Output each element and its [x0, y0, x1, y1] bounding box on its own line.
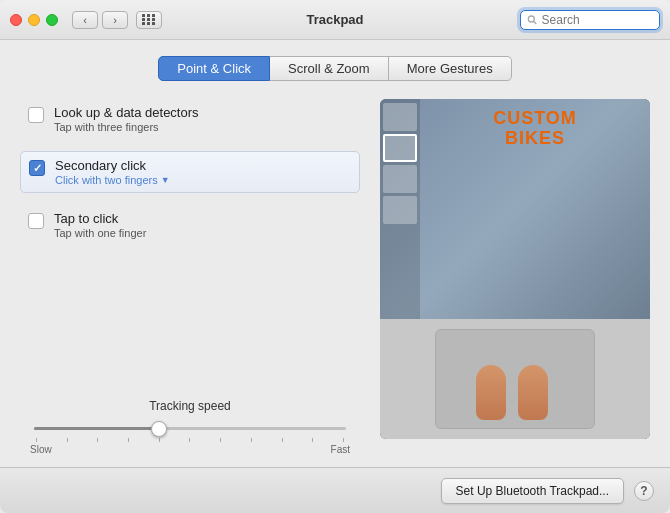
demo-thumb-4	[383, 196, 417, 224]
demo-bg: CUSTOM BIKES	[380, 99, 650, 319]
tracking-speed-label: Tracking speed	[149, 399, 231, 413]
slider-fill	[34, 427, 159, 430]
demo-thumb-2	[383, 134, 417, 162]
search-icon	[527, 14, 538, 26]
traffic-lights	[10, 14, 58, 26]
main-content: Point & Click Scroll & Zoom More Gesture…	[0, 40, 670, 467]
checkbox-look-up[interactable]	[28, 107, 44, 123]
tab-bar: Point & Click Scroll & Zoom More Gesture…	[20, 56, 650, 81]
demo-screen: CUSTOM BIKES	[380, 99, 650, 319]
slider-container	[30, 419, 350, 442]
finger-left	[476, 365, 506, 420]
back-button[interactable]: ‹	[72, 11, 98, 29]
slider-track	[34, 427, 346, 430]
trackpad-surface	[435, 329, 595, 429]
minimize-button[interactable]	[28, 14, 40, 26]
option-secondary-click: Secondary click Click with two fingers ▼	[20, 151, 360, 193]
dropdown-chevron-icon: ▼	[161, 175, 170, 185]
main-area: Look up & data detectors Tap with three …	[20, 99, 650, 455]
tracking-speed-slider[interactable]	[151, 421, 167, 437]
maximize-button[interactable]	[46, 14, 58, 26]
option-secondary-click-sub[interactable]: Click with two fingers ▼	[55, 174, 170, 186]
tab-more-gestures[interactable]: More Gestures	[389, 56, 512, 81]
option-look-up-label: Look up & data detectors	[54, 105, 199, 120]
option-tap-to-click-text: Tap to click Tap with one finger	[54, 211, 146, 239]
checkbox-secondary-click[interactable]	[29, 160, 45, 176]
option-secondary-click-label: Secondary click	[55, 158, 170, 173]
titlebar: ‹ › Trackpad	[0, 0, 670, 40]
left-panel: Look up & data detectors Tap with three …	[20, 99, 360, 455]
grid-button[interactable]	[136, 11, 162, 29]
svg-point-0	[528, 16, 534, 22]
nav-buttons: ‹ ›	[72, 11, 128, 29]
demo-panel: CUSTOM BIKES	[380, 99, 650, 439]
option-look-up-sub: Tap with three fingers	[54, 121, 199, 133]
finger-right	[518, 365, 548, 420]
demo-thumb-3	[383, 165, 417, 193]
search-box[interactable]	[520, 10, 660, 30]
demo-main-content: CUSTOM BIKES	[420, 99, 650, 319]
checkbox-tap-to-click[interactable]	[28, 213, 44, 229]
window-title: Trackpad	[306, 12, 363, 27]
forward-button[interactable]: ›	[102, 11, 128, 29]
help-button[interactable]: ?	[634, 481, 654, 501]
demo-sidebar	[380, 99, 420, 319]
option-look-up-text: Look up & data detectors Tap with three …	[54, 105, 199, 133]
option-secondary-click-text: Secondary click Click with two fingers ▼	[55, 158, 170, 186]
option-tap-to-click-label: Tap to click	[54, 211, 146, 226]
slider-fast-label: Fast	[331, 444, 350, 455]
search-input[interactable]	[542, 13, 653, 27]
demo-thumb-1	[383, 103, 417, 131]
setup-bluetooth-button[interactable]: Set Up Bluetooth Trackpad...	[441, 478, 624, 504]
trackpad-area	[380, 319, 650, 439]
grid-icon	[142, 14, 156, 25]
option-tap-to-click-sub: Tap with one finger	[54, 227, 146, 239]
slider-slow-label: Slow	[30, 444, 52, 455]
tab-scroll-zoom[interactable]: Scroll & Zoom	[270, 56, 389, 81]
slider-ticks	[34, 438, 346, 442]
tab-point-click[interactable]: Point & Click	[158, 56, 270, 81]
bottom-bar: Set Up Bluetooth Trackpad... ?	[0, 467, 670, 513]
slider-labels: Slow Fast	[30, 444, 350, 455]
close-button[interactable]	[10, 14, 22, 26]
tracking-speed-section: Tracking speed Slow Fast	[20, 391, 360, 455]
demo-title: CUSTOM BIKES	[430, 109, 640, 149]
option-look-up: Look up & data detectors Tap with three …	[20, 99, 360, 139]
svg-line-1	[534, 21, 537, 24]
option-tap-to-click: Tap to click Tap with one finger	[20, 205, 360, 245]
